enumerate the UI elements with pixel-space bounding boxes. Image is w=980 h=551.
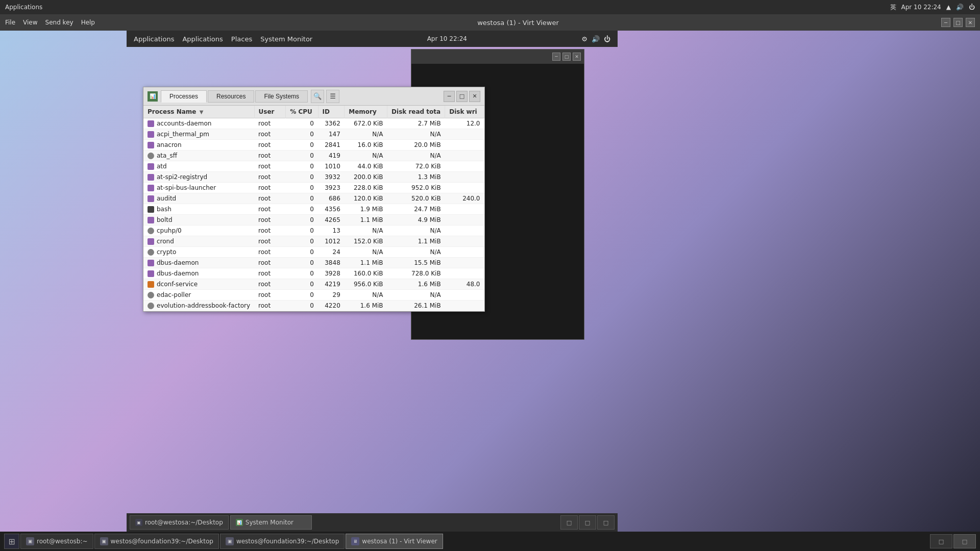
table-row[interactable]: crond root 0 1012 152.0 KiB 1.1 MiB <box>143 236 484 247</box>
os-workspace-btn[interactable]: □ <box>930 534 952 548</box>
os-task-virt-label: westosa (1) - Virt Viewer <box>362 538 437 545</box>
process-disk-read: N/A <box>387 226 445 236</box>
gnome-volume-icon[interactable]: 🔊 <box>592 35 600 43</box>
process-id: 3932 <box>318 172 345 183</box>
table-row[interactable]: at-spi-bus-launcher root 0 3923 228.0 Ki… <box>143 183 484 193</box>
col-header-user[interactable]: User <box>254 106 286 118</box>
os-lang-icon: 英 <box>890 3 896 12</box>
os-task-westos1-icon: ▣ <box>100 537 108 545</box>
table-row[interactable]: evolution-addressbook-factory root 0 422… <box>143 300 484 311</box>
col-header-name[interactable]: Process Name ▼ <box>143 106 254 118</box>
vm-task-sysmon-label: System Monitor <box>246 519 293 526</box>
process-disk-read: 24.7 MiB <box>387 204 445 215</box>
virt-menu-help[interactable]: Help <box>81 19 95 26</box>
vm-tb-btn3[interactable]: □ <box>597 515 615 530</box>
vm-task-sysmon[interactable]: 📊 System Monitor <box>230 515 312 530</box>
gnome-apps-btn[interactable]: Applications <box>134 35 174 43</box>
process-disk-read: 1.3 MiB <box>387 172 445 183</box>
os-task-westos2[interactable]: ▣ westos@foundation39:~/Desktop <box>220 534 345 549</box>
virt-minimize-btn[interactable]: ─ <box>941 18 950 27</box>
process-name: atd <box>157 163 167 170</box>
process-name: anacron <box>157 141 182 148</box>
tab-filesystems[interactable]: File Systems <box>255 90 308 103</box>
tab-resources[interactable]: Resources <box>208 90 254 103</box>
process-name-cell: edac-poller <box>143 290 254 300</box>
virt-menu-sendkey[interactable]: Send key <box>45 19 74 26</box>
virt-maximize-btn[interactable]: □ <box>953 18 963 27</box>
process-disk-write <box>445 236 484 247</box>
os-top-bar-right: 英 Apr 10 22:24 ▲ 🔊 ⏻ <box>890 3 975 12</box>
terminal-close-btn[interactable]: ✕ <box>573 53 581 61</box>
col-header-id[interactable]: ID <box>318 106 345 118</box>
process-user: root <box>254 183 286 193</box>
process-id: 3848 <box>318 258 345 268</box>
process-user: root <box>254 300 286 311</box>
sysmon-maximize-btn[interactable]: □ <box>456 91 468 102</box>
process-name-cell: crypto <box>143 247 254 258</box>
process-icon <box>148 270 154 277</box>
os-corner-btn[interactable]: ⊞ <box>4 534 19 549</box>
process-disk-write <box>445 204 484 215</box>
col-header-disk-read[interactable]: Disk read tota <box>387 106 445 118</box>
process-cpu: 0 <box>286 300 318 311</box>
gnome-apps-label[interactable]: Applications <box>182 35 223 43</box>
col-header-disk-write[interactable]: Disk wri <box>445 106 484 118</box>
sysmon-menu-btn[interactable]: ☰ <box>326 90 339 103</box>
table-row[interactable]: edac-poller root 0 29 N/A N/A <box>143 290 484 300</box>
table-row[interactable]: at-spi2-registryd root 0 3932 200.0 KiB … <box>143 172 484 183</box>
process-user: root <box>254 226 286 236</box>
table-row[interactable]: anacron root 0 2841 16.0 KiB 20.0 MiB <box>143 140 484 151</box>
os-workspace-btn2[interactable]: □ <box>953 534 976 548</box>
table-row[interactable]: dbus-daemon root 0 3848 1.1 MiB 15.5 MiB <box>143 258 484 268</box>
sysmon-close-btn[interactable]: ✕ <box>469 91 480 102</box>
os-top-bar: Applications 英 Apr 10 22:24 ▲ 🔊 ⏻ <box>0 0 980 14</box>
table-row[interactable]: dconf-service root 0 4219 956.0 KiB 1.6 … <box>143 279 484 290</box>
vm-tb-btn2[interactable]: □ <box>579 515 596 530</box>
process-disk-read: 952.0 KiB <box>387 183 445 193</box>
virt-menu-view[interactable]: View <box>23 19 37 26</box>
table-row[interactable]: acpi_thermal_pm root 0 147 N/A N/A <box>143 129 484 140</box>
table-row[interactable]: boltd root 0 4265 1.1 MiB 4.9 MiB <box>143 215 484 226</box>
os-power-icon: ⏻ <box>969 4 975 11</box>
gnome-power-icon[interactable]: ⏻ <box>604 35 610 43</box>
terminal-minimize-btn[interactable]: ─ <box>552 53 560 61</box>
table-row[interactable]: accounts-daemon root 0 3362 672.0 KiB 2.… <box>143 118 484 129</box>
os-task-virt[interactable]: 🖥 westosa (1) - Virt Viewer <box>346 534 443 549</box>
table-row[interactable]: ata_sff root 0 419 N/A N/A <box>143 151 484 161</box>
sysmon-search-btn[interactable]: 🔍 <box>311 90 324 103</box>
col-header-memory[interactable]: Memory <box>345 106 387 118</box>
sysmon-minimize-btn[interactable]: ─ <box>444 91 455 102</box>
process-icon <box>148 281 154 288</box>
process-id: 1012 <box>318 236 345 247</box>
process-disk-write <box>445 172 484 183</box>
process-user: root <box>254 215 286 226</box>
os-app-label[interactable]: Applications <box>5 4 42 11</box>
os-task-root[interactable]: ▣ root@westosb:~ <box>20 534 93 549</box>
sysmon-title-left: 📊 Processes Resources File Systems 🔍 ☰ <box>148 90 339 103</box>
os-task-westos2-label: westos@foundation39:~/Desktop <box>236 538 339 545</box>
process-id: 13 <box>318 226 345 236</box>
process-disk-write <box>445 151 484 161</box>
terminal-maximize-btn[interactable]: □ <box>562 53 571 61</box>
table-row[interactable]: cpuhp/0 root 0 13 N/A N/A <box>143 226 484 236</box>
process-id: 3362 <box>318 118 345 129</box>
gnome-settings-icon[interactable]: ⚙ <box>581 35 587 43</box>
table-row[interactable]: bash root 0 4356 1.9 MiB 24.7 MiB <box>143 204 484 215</box>
gnome-sysmon-label[interactable]: System Monitor <box>260 35 312 43</box>
process-disk-read: 26.1 MiB <box>387 300 445 311</box>
table-row[interactable]: auditd root 0 686 120.0 KiB 520.0 KiB 24… <box>143 193 484 204</box>
gnome-places-label[interactable]: Places <box>231 35 252 43</box>
os-task-westos1[interactable]: ▣ westos@foundation39:~/Desktop <box>94 534 219 549</box>
table-row[interactable]: atd root 0 1010 44.0 KiB 72.0 KiB <box>143 161 484 172</box>
table-row[interactable]: dbus-daemon root 0 3928 160.0 KiB 728.0 … <box>143 268 484 279</box>
virt-menu-file[interactable]: File <box>5 19 15 26</box>
sysmon-app-icon: 📊 <box>148 91 158 102</box>
process-disk-write <box>445 300 484 311</box>
col-header-cpu[interactable]: % CPU <box>286 106 318 118</box>
table-row[interactable]: crypto root 0 24 N/A N/A <box>143 247 484 258</box>
virt-close-btn[interactable]: ✕ <box>966 18 975 27</box>
process-name-cell: atd <box>143 161 254 172</box>
vm-tb-btn1[interactable]: □ <box>560 515 578 530</box>
vm-task-terminal[interactable]: ▣ root@westosa:~/Desktop <box>130 515 229 530</box>
tab-processes[interactable]: Processes <box>161 90 207 103</box>
